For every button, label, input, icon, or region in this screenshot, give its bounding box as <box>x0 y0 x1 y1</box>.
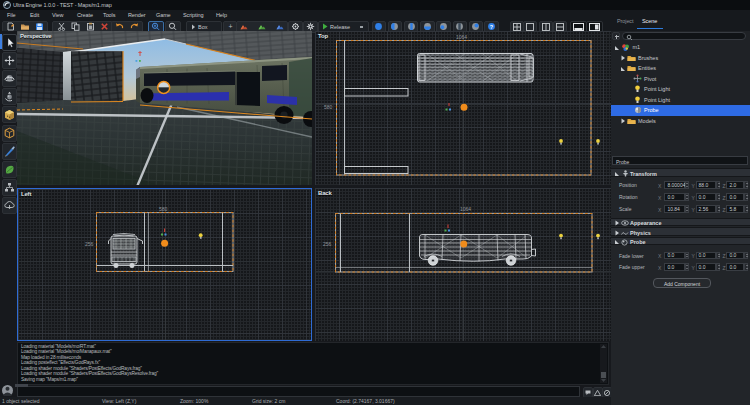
svg-text:256: 256 <box>323 241 332 247</box>
svg-text:1064: 1064 <box>456 34 467 40</box>
svg-text:580: 580 <box>324 104 333 110</box>
svg-text:1064: 1064 <box>460 206 471 212</box>
svg-text:256: 256 <box>85 241 94 247</box>
svg-text:580: 580 <box>159 206 168 212</box>
